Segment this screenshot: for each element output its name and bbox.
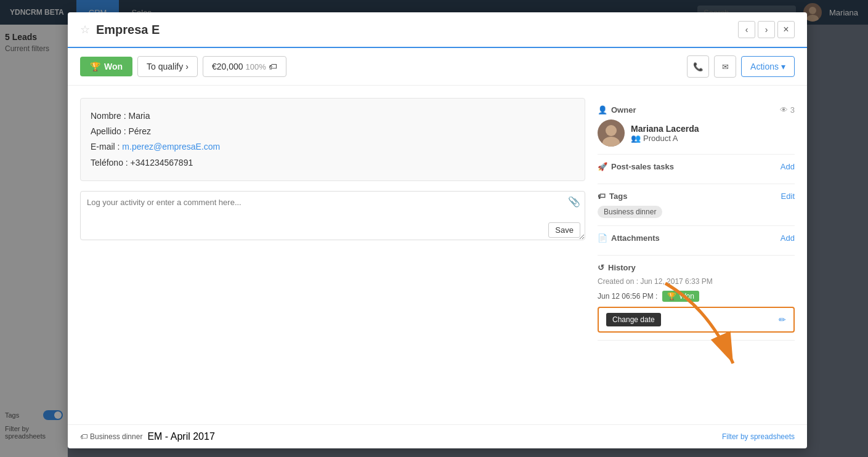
amount-button[interactable]: €20,000 100% 🏷 xyxy=(203,56,286,77)
bottom-em-label: EM - April 2017 xyxy=(147,431,214,442)
post-sales-label: Post-sales tasks xyxy=(611,162,674,171)
modal-header: ☆ Empresa E ‹ › × xyxy=(68,12,807,48)
activity-box: 📎 Save xyxy=(80,191,585,243)
email-label: E-mail : xyxy=(91,142,120,152)
save-activity-button[interactable]: Save xyxy=(548,222,580,238)
owner-avatar xyxy=(598,119,625,147)
modal-dialog: ☆ Empresa E ‹ › × 🏆 Won To qualify › €20… xyxy=(68,12,807,448)
amount-pct: 100% xyxy=(246,62,266,71)
svg-point-3 xyxy=(602,137,620,147)
attachments-label: Attachments xyxy=(611,233,660,243)
history-label: History xyxy=(608,263,636,272)
attachments-section: 📄 Attachments Add xyxy=(598,226,795,256)
actions-chevron-icon: ▾ xyxy=(781,62,785,71)
add-post-sales-button[interactable]: Add xyxy=(781,162,795,171)
actions-label: Actions xyxy=(750,62,779,71)
activity-icons: 📎 xyxy=(568,196,580,208)
filter-spreadsheets-link[interactable]: Filter by spreadsheets xyxy=(722,432,795,441)
tags-header: 🏷 Tags Edit xyxy=(598,192,795,201)
trophy-icon: 🏆 xyxy=(90,62,100,71)
history-won-badge: 🏆 Won xyxy=(662,291,699,302)
qualify-chevron-icon: › xyxy=(185,62,189,71)
contact-info-card: Nombre : Maria Apellido : Pérez E-mail :… xyxy=(80,98,585,181)
bottom-tag: 🏷 Business dinner xyxy=(80,432,142,441)
right-panel: 👤 Owner 👁 3 Mariana Lacerda xyxy=(598,98,795,412)
qualify-button[interactable]: To qualify › xyxy=(137,56,198,77)
email-value[interactable]: m.perez@empresaE.com xyxy=(122,142,220,152)
telefono-row: Teléfono : +341234567891 xyxy=(91,155,575,171)
change-date-edit-icon[interactable]: ✏ xyxy=(779,315,786,325)
close-modal-button[interactable]: × xyxy=(777,21,795,38)
tags-title: 🏷 Tags xyxy=(598,192,627,201)
email-icon: ✉ xyxy=(722,62,729,71)
edit-tags-button[interactable]: Edit xyxy=(781,192,795,201)
history-entry: Jun 12 06:56 PM : 🏆 Won xyxy=(598,291,795,302)
modal-toolbar: 🏆 Won To qualify › €20,000 100% 🏷 📞 ✉ Ac… xyxy=(68,48,807,86)
won-label: Won xyxy=(104,62,123,71)
owner-info: Mariana Lacerda 👥 Product A xyxy=(631,124,699,143)
modal-navigation: ‹ › × xyxy=(738,21,795,38)
post-sales-header: 🚀 Post-sales tasks Add xyxy=(598,162,795,171)
amount-value: €20,000 xyxy=(212,62,243,71)
svg-point-2 xyxy=(606,125,617,136)
viewers-number: 3 xyxy=(790,105,795,115)
activity-textarea[interactable] xyxy=(80,191,585,240)
document-icon: 📄 xyxy=(598,233,607,243)
apellido-label: Apellido : xyxy=(91,126,126,136)
tags-label: Tags xyxy=(609,192,627,201)
qualify-label: To qualify xyxy=(147,62,183,71)
owner-header: 👤 Owner 👁 3 xyxy=(598,105,795,115)
owner-label: Owner xyxy=(611,105,636,115)
bottom-tag-label: Business dinner xyxy=(90,432,142,441)
left-panel: Nombre : Maria Apellido : Pérez E-mail :… xyxy=(80,98,585,412)
modal-bottom-row: 🏷 Business dinner EM - April 2017 Filter… xyxy=(68,424,807,448)
change-date-tooltip: Change date xyxy=(606,313,661,326)
apellido-value: Pérez xyxy=(128,126,151,136)
attachments-header: 📄 Attachments Add xyxy=(598,233,795,243)
history-header: ↺ History xyxy=(598,263,795,272)
attachments-title: 📄 Attachments xyxy=(598,233,660,243)
trophy-small-icon: 🏆 xyxy=(667,292,676,301)
nombre-label: Nombre : xyxy=(91,111,126,121)
owner-name: Mariana Lacerda xyxy=(631,124,699,134)
telefono-value: +341234567891 xyxy=(131,158,193,168)
post-sales-title: 🚀 Post-sales tasks xyxy=(598,162,674,171)
email-row: E-mail : m.perez@empresaE.com xyxy=(91,139,575,155)
viewers-count: 👁 3 xyxy=(780,105,795,115)
history-title: ↺ History xyxy=(598,263,636,272)
nombre-value: Maria xyxy=(128,111,150,121)
change-date-box: Change date ✏ xyxy=(598,307,795,333)
favorite-star-icon[interactable]: ☆ xyxy=(80,23,90,36)
owner-row: Mariana Lacerda 👥 Product A xyxy=(598,119,795,147)
person-icon: 👤 xyxy=(598,105,607,115)
history-icon: ↺ xyxy=(598,263,604,272)
modal-title: Empresa E xyxy=(96,23,160,37)
attachment-clip-icon[interactable]: 📎 xyxy=(568,196,580,208)
tag-icon: 🏷 xyxy=(598,192,606,201)
tag-badge[interactable]: Business dinner xyxy=(598,206,662,218)
email-button[interactable]: ✉ xyxy=(714,55,736,78)
won-button[interactable]: 🏆 Won xyxy=(80,57,132,76)
phone-button[interactable]: 📞 xyxy=(687,55,709,78)
post-sales-section: 🚀 Post-sales tasks Add xyxy=(598,155,795,184)
owner-product-name: Product A xyxy=(643,134,678,143)
apellido-row: Apellido : Pérez xyxy=(91,124,575,139)
phone-icon: 📞 xyxy=(693,62,704,71)
eye-icon: 👁 xyxy=(780,105,788,115)
next-record-button[interactable]: › xyxy=(758,21,775,38)
actions-button[interactable]: Actions ▾ xyxy=(741,56,795,77)
history-won-label: Won xyxy=(679,292,694,301)
amount-icon: 🏷 xyxy=(269,62,277,71)
rocket-icon: 🚀 xyxy=(598,162,607,171)
modal-body: Nombre : Maria Apellido : Pérez E-mail :… xyxy=(68,86,807,424)
tags-section: 🏷 Tags Edit Business dinner xyxy=(598,184,795,226)
nombre-row: Nombre : Maria xyxy=(91,108,575,124)
add-attachment-button[interactable]: Add xyxy=(781,233,795,243)
tag-small-icon: 🏷 xyxy=(80,432,87,441)
history-entry-time: Jun 12 06:56 PM : xyxy=(598,292,657,301)
owner-title: 👤 Owner xyxy=(598,105,636,115)
history-section: ↺ History Created on : Jun 12, 2017 6:33… xyxy=(598,256,795,341)
prev-record-button[interactable]: ‹ xyxy=(738,21,755,38)
owner-section: 👤 Owner 👁 3 Mariana Lacerda xyxy=(598,98,795,155)
history-created: Created on : Jun 12, 2017 6:33 PM xyxy=(598,277,795,286)
